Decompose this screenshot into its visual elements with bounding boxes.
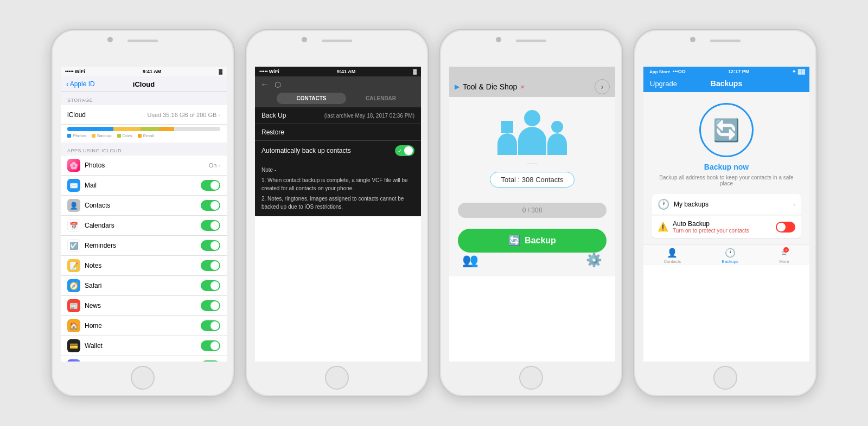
tab-backups-4[interactable]: 🕐 Backups: [722, 248, 738, 264]
vol-up-btn-4[interactable]: [633, 95, 634, 114]
person-right: [547, 121, 567, 155]
legend-docs: Docs: [123, 133, 132, 138]
back-label-1[interactable]: Apple ID: [70, 80, 95, 88]
legend-photos: Photos: [73, 133, 86, 138]
calendars-toggle[interactable]: [201, 220, 220, 231]
contacts-tab-label-4: Contacts: [664, 259, 681, 264]
tab-contacts-4[interactable]: 👤 Contacts: [664, 248, 681, 264]
app-row-contacts[interactable]: 👤 Contacts: [61, 196, 227, 216]
app-row-gamecenter[interactable]: 🎮 Game Center: [61, 356, 227, 362]
mute-btn[interactable]: [50, 81, 52, 93]
restore-row[interactable]: Restore: [255, 124, 421, 141]
app-row-home[interactable]: 🏠 Home: [61, 316, 227, 336]
wallet-toggle[interactable]: [201, 340, 220, 351]
my-backups-row[interactable]: 🕐 My backups ›: [652, 194, 801, 215]
docs-seg: [141, 127, 159, 131]
upgrade-label[interactable]: Upgrade: [650, 80, 677, 88]
backup-circle[interactable]: 🔄: [699, 103, 754, 157]
battery-2: ▓: [413, 69, 417, 74]
close-icon-3[interactable]: ✕: [520, 84, 525, 90]
home-button-4[interactable]: [713, 366, 737, 390]
app-row-mail[interactable]: ✉️ Mail: [61, 176, 227, 196]
app-row-photos[interactable]: 🌸 Photos On ›: [61, 156, 227, 176]
notes-toggle[interactable]: [201, 260, 220, 271]
home-button-2[interactable]: [325, 366, 349, 390]
photos-app-icon: 🌸: [67, 159, 80, 172]
mute-btn-3[interactable]: [439, 81, 440, 93]
settings-icon-3[interactable]: ⚙️: [586, 253, 602, 268]
person-left: [497, 121, 517, 155]
contacts-toggle[interactable]: [201, 200, 220, 211]
back-button-1[interactable]: ‹ Apple ID: [66, 80, 95, 88]
phone-3: ▶ Tool & Die Shop ✕ ›: [439, 29, 623, 397]
vol-up-btn[interactable]: [50, 95, 52, 114]
camera-icon-4: [690, 37, 695, 42]
tab-more-4[interactable]: ≡ 1 More: [779, 248, 789, 264]
phone-1-screen: ••••• WiFi 9:41 AM ▓ ‹ Apple ID iCloud S…: [61, 67, 227, 362]
phone-1: ••••• WiFi 9:41 AM ▓ ‹ Apple ID iCloud S…: [50, 29, 235, 397]
vol-down-btn-2[interactable]: [245, 119, 246, 139]
reminders-app-label: Reminders: [85, 242, 116, 249]
reminders-toggle[interactable]: [201, 240, 220, 251]
person-body-left: [497, 133, 517, 155]
signal-4: •••OO: [673, 69, 685, 74]
backup-refresh-icon: 🔄: [508, 235, 520, 247]
p3-nav-title-container: ▶ Tool & Die Shop ✕: [455, 82, 525, 91]
vol-up-btn-2[interactable]: [245, 95, 246, 114]
auto-backup-row[interactable]: Automatically back up contacts: [255, 141, 421, 160]
tab-calendar[interactable]: CALENDAR: [346, 93, 416, 104]
backup-refresh-icon-4: 🔄: [713, 118, 740, 143]
warning-icon-4: ⚠️: [658, 222, 668, 232]
home-toggle[interactable]: [201, 320, 220, 331]
power-btn[interactable]: [234, 106, 235, 134]
app-row-news[interactable]: 📰 News: [61, 296, 227, 316]
battery-icon-1: ▓: [219, 69, 222, 74]
power-btn-4[interactable]: [816, 106, 818, 134]
vol-down-btn-4[interactable]: [633, 119, 634, 139]
cast-icon-2[interactable]: ⬡: [275, 80, 281, 89]
phone-2-screen: ••••• WiFi 9:41 AM ▓ ← ⬡ CONTACTS CALEND…: [255, 67, 421, 362]
appstore-indicator: App Store: [648, 69, 672, 75]
home-button-1[interactable]: [131, 366, 155, 390]
auto-backup-row-4[interactable]: ⚠️ Auto Backup Turn on to protect your c…: [652, 216, 801, 238]
tab-contacts[interactable]: CONTACTS: [277, 93, 346, 104]
note-line-2: 2. Notes, ringtones, images assigned to …: [261, 195, 414, 211]
mute-btn-2[interactable]: [245, 81, 246, 93]
forward-btn-3[interactable]: ›: [595, 79, 610, 94]
app-row-wallet[interactable]: 💳 Wallet: [61, 336, 227, 356]
app-row-safari[interactable]: 🧭 Safari: [61, 276, 227, 296]
auto-backup-toggle-4[interactable]: [776, 222, 795, 233]
news-toggle[interactable]: [201, 300, 220, 311]
backup-now-label[interactable]: Backup now: [704, 163, 749, 171]
gamecenter-app-icon: 🎮: [67, 359, 80, 362]
person-head-left: [501, 121, 513, 133]
vol-down-btn-3[interactable]: [439, 119, 440, 139]
app-row-calendars[interactable]: 📅 Calendars: [61, 216, 227, 236]
back-arrow-2[interactable]: ←: [260, 80, 269, 89]
backup-row[interactable]: Back Up (last archive May 18, 2017 02:36…: [255, 107, 421, 124]
storage-bar-section: Photos Backup Docs Email: [61, 125, 227, 143]
backup-button-3[interactable]: 🔄 Backup: [458, 229, 607, 253]
vol-down-btn[interactable]: [50, 119, 52, 139]
safari-app-icon: 🧭: [67, 279, 80, 292]
reminders-app-icon: ☑️: [67, 239, 80, 252]
icloud-storage-row[interactable]: iCloud Used 35.16 GB of 200 GB ›: [61, 105, 227, 125]
camera-icon-2: [302, 37, 307, 42]
vol-up-btn-3[interactable]: [439, 95, 440, 114]
gamecenter-toggle[interactable]: [201, 360, 220, 362]
mute-btn-4[interactable]: [633, 81, 634, 93]
safari-app-label: Safari: [85, 282, 101, 289]
p1-nav-title: iCloud: [133, 80, 155, 88]
group-icon-3[interactable]: 👥: [462, 253, 478, 268]
home-button-3[interactable]: [519, 366, 543, 390]
mail-toggle[interactable]: [201, 180, 220, 191]
auto-backup-toggle[interactable]: [395, 145, 414, 156]
power-btn-3[interactable]: [622, 106, 623, 134]
power-btn-2[interactable]: [428, 106, 429, 134]
backups-icon-4: 🕐: [658, 198, 669, 210]
safari-toggle[interactable]: [201, 280, 220, 291]
p4-tab-bar: 👤 Contacts 🕐 Backups ≡ 1 More: [643, 244, 809, 265]
chevron-left-icon-1: ‹: [66, 80, 69, 88]
app-row-notes[interactable]: 📝 Notes: [61, 256, 227, 276]
app-row-reminders[interactable]: ☑️ Reminders: [61, 236, 227, 256]
